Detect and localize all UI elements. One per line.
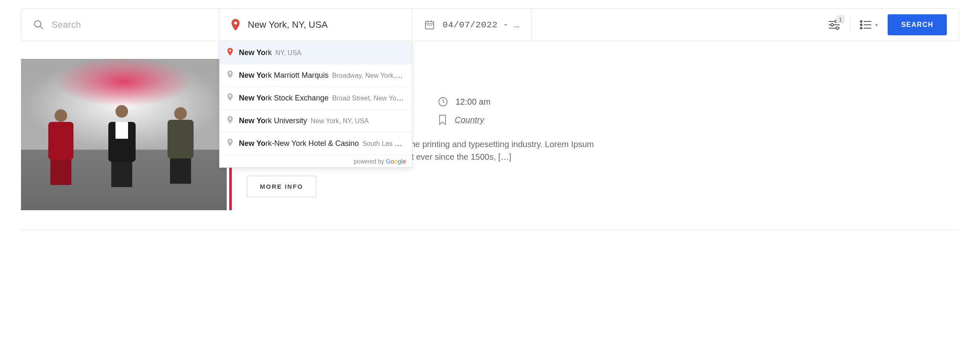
divider	[850, 17, 850, 32]
event-time-row: 12:00 am	[438, 97, 959, 107]
svg-point-18	[831, 24, 833, 26]
search-bar: New York NY, USANew York Marriott Marqui…	[21, 8, 959, 41]
date-section[interactable]: 04/07/2022 - …	[412, 9, 531, 41]
autocomplete-dropdown: New York NY, USANew York Marriott Marqui…	[219, 42, 412, 168]
view-toggle-button[interactable]: ▼	[859, 20, 879, 30]
svg-point-4	[229, 72, 231, 74]
autocomplete-text: New York NY, USA	[239, 48, 301, 57]
location-pin-icon	[227, 70, 233, 81]
bottom-divider	[21, 230, 959, 230]
svg-point-2	[234, 21, 237, 24]
location-pin-icon	[227, 116, 233, 126]
search-icon	[33, 19, 44, 30]
search-input[interactable]	[52, 19, 207, 30]
location-pin-icon	[231, 19, 240, 31]
calendar-icon	[424, 19, 435, 30]
search-button[interactable]: SEARCH	[888, 14, 947, 35]
autocomplete-item[interactable]: New York University New York, NY, USA	[220, 110, 412, 132]
autocomplete-text: New York-New York Hotel & Casino South L…	[239, 139, 404, 148]
more-info-button[interactable]: MORE INFO	[247, 176, 316, 197]
filters-button[interactable]: 1	[828, 19, 841, 30]
autocomplete-item[interactable]: New York Marriott Marquis Broadway, New …	[220, 64, 412, 87]
google-logo: Google	[386, 158, 406, 165]
autocomplete-footer: powered by Google	[220, 155, 412, 167]
text-search-section	[21, 9, 219, 41]
autocomplete-text: New York Stock Exchange Broad Street, Ne…	[239, 94, 404, 103]
svg-line-1	[40, 26, 43, 29]
location-pin-icon	[227, 93, 233, 103]
svg-line-29	[443, 102, 445, 103]
svg-point-0	[34, 21, 41, 27]
svg-point-25	[860, 27, 862, 29]
event-image	[21, 59, 227, 210]
svg-point-3	[229, 50, 231, 52]
autocomplete-text: New York Marriott Marquis Broadway, New …	[239, 71, 404, 80]
autocomplete-item[interactable]: New York Stock Exchange Broad Street, Ne…	[220, 87, 412, 110]
svg-point-6	[229, 118, 231, 120]
svg-point-21	[860, 21, 862, 22]
caret-down-icon: ▼	[875, 23, 879, 27]
location-section: New York NY, USANew York Marriott Marqui…	[219, 9, 412, 41]
svg-point-20	[836, 27, 839, 29]
event-category-row: Country	[438, 114, 959, 125]
event-time: 12:00 am	[456, 97, 490, 107]
clock-icon	[438, 97, 448, 107]
event-category[interactable]: Country	[455, 115, 484, 125]
location-pin-icon	[227, 48, 233, 58]
location-input[interactable]	[248, 19, 400, 30]
autocomplete-item[interactable]: New York-New York Hotel & Casino South L…	[220, 132, 412, 155]
controls-section: 1 ▼ SEARCH	[531, 9, 959, 41]
svg-point-5	[229, 95, 231, 97]
event-card: e Drops 12:00 am Country he printi	[21, 59, 959, 210]
filter-badge: 1	[836, 15, 845, 24]
bookmark-icon	[438, 114, 447, 125]
autocomplete-text: New York University New York, NY, USA	[239, 116, 369, 125]
autocomplete-item[interactable]: New York NY, USA	[220, 42, 412, 64]
svg-point-23	[860, 24, 862, 26]
svg-rect-8	[425, 21, 434, 29]
date-text: 04/07/2022 - …	[443, 20, 519, 30]
location-pin-icon	[227, 138, 233, 149]
svg-point-7	[229, 140, 231, 143]
